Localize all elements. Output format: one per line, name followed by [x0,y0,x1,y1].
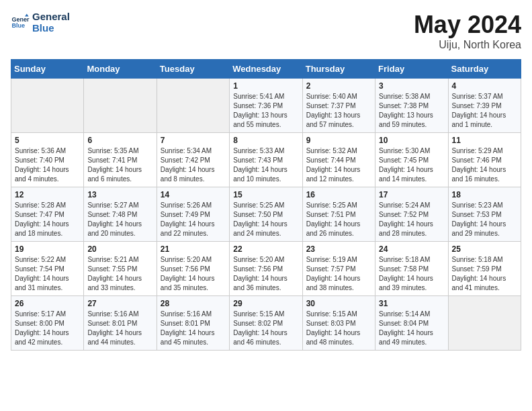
day-info: Sunrise: 5:15 AMSunset: 8:02 PMDaylight:… [233,310,298,347]
day-info: Sunrise: 5:21 AMSunset: 7:55 PMDaylight:… [87,255,152,293]
calendar-cell: 3Sunrise: 5:38 AMSunset: 7:38 PMDaylight… [375,79,448,133]
day-number: 18 [452,190,517,199]
weekday-header-cell: Saturday [448,60,521,79]
calendar-cell: 1Sunrise: 5:41 AMSunset: 7:36 PMDaylight… [230,79,302,133]
calendar-cell: 19Sunrise: 5:22 AMSunset: 7:54 PMDayligh… [11,242,84,296]
day-number: 26 [15,299,80,308]
logo-blue: Blue [32,22,70,34]
day-info: Sunrise: 5:38 AMSunset: 7:38 PMDaylight:… [379,92,444,130]
day-info: Sunrise: 5:24 AMSunset: 7:52 PMDaylight:… [379,201,444,238]
day-number: 9 [306,136,371,145]
day-number: 17 [379,190,444,199]
day-number: 27 [87,299,152,308]
day-number: 7 [161,136,226,145]
day-info: Sunrise: 5:41 AMSunset: 7:36 PMDaylight:… [233,92,298,130]
day-number: 12 [15,190,80,199]
day-number: 28 [161,299,226,308]
calendar-week-row: 1Sunrise: 5:41 AMSunset: 7:36 PMDaylight… [11,79,521,133]
day-number: 5 [15,136,80,145]
day-info: Sunrise: 5:19 AMSunset: 7:57 PMDaylight:… [306,255,371,293]
calendar-cell: 27Sunrise: 5:16 AMSunset: 8:01 PMDayligh… [84,296,157,351]
day-info: Sunrise: 5:35 AMSunset: 7:41 PMDaylight:… [87,146,152,184]
calendar-cell: 29Sunrise: 5:15 AMSunset: 8:02 PMDayligh… [230,296,302,351]
weekday-header-cell: Wednesday [230,60,302,79]
calendar-week-row: 12Sunrise: 5:28 AMSunset: 7:47 PMDayligh… [11,187,521,242]
calendar-cell: 17Sunrise: 5:24 AMSunset: 7:52 PMDayligh… [375,187,448,242]
day-number: 25 [452,244,517,254]
day-info: Sunrise: 5:29 AMSunset: 7:46 PMDaylight:… [452,146,517,184]
day-info: Sunrise: 5:37 AMSunset: 7:39 PMDaylight:… [452,92,517,130]
day-info: Sunrise: 5:30 AMSunset: 7:45 PMDaylight:… [379,146,444,184]
day-number: 29 [233,299,298,308]
calendar-cell: 22Sunrise: 5:20 AMSunset: 7:56 PMDayligh… [230,242,302,296]
calendar-cell: 2Sunrise: 5:40 AMSunset: 7:37 PMDaylight… [302,79,375,133]
location-title: Uiju, North Korea [414,39,521,51]
day-info: Sunrise: 5:22 AMSunset: 7:54 PMDaylight:… [15,255,80,293]
calendar-cell: 15Sunrise: 5:25 AMSunset: 7:50 PMDayligh… [230,187,302,242]
day-info: Sunrise: 5:16 AMSunset: 8:01 PMDaylight:… [161,310,226,347]
weekday-header-cell: Sunday [11,60,84,79]
day-info: Sunrise: 5:27 AMSunset: 7:48 PMDaylight:… [87,201,152,238]
day-number: 15 [233,190,298,199]
day-number: 19 [15,244,80,254]
day-number: 8 [233,136,298,145]
calendar-cell: 31Sunrise: 5:14 AMSunset: 8:04 PMDayligh… [375,296,448,351]
calendar-cell: 8Sunrise: 5:33 AMSunset: 7:43 PMDaylight… [230,133,302,187]
calendar-cell: 10Sunrise: 5:30 AMSunset: 7:45 PMDayligh… [375,133,448,187]
calendar-cell: 16Sunrise: 5:25 AMSunset: 7:51 PMDayligh… [302,187,375,242]
calendar-cell [11,79,84,133]
day-number: 30 [306,299,371,308]
weekday-header-cell: Thursday [302,60,375,79]
title-area: May 2024 Uiju, North Korea [414,11,521,51]
calendar-cell [157,79,229,133]
day-info: Sunrise: 5:25 AMSunset: 7:51 PMDaylight:… [306,201,371,238]
calendar-cell: 6Sunrise: 5:35 AMSunset: 7:41 PMDaylight… [84,133,157,187]
calendar-cell: 28Sunrise: 5:16 AMSunset: 8:01 PMDayligh… [157,296,229,351]
day-number: 6 [87,136,152,145]
svg-marker-2 [25,14,29,17]
day-number: 24 [379,244,444,254]
day-number: 11 [452,136,517,145]
calendar-cell [448,296,521,351]
day-info: Sunrise: 5:16 AMSunset: 8:01 PMDaylight:… [87,310,152,347]
logo-general: General [32,11,70,22]
calendar-cell: 21Sunrise: 5:20 AMSunset: 7:56 PMDayligh… [157,242,229,296]
day-info: Sunrise: 5:25 AMSunset: 7:50 PMDaylight:… [233,201,298,238]
calendar-cell: 30Sunrise: 5:15 AMSunset: 8:03 PMDayligh… [302,296,375,351]
weekday-header-row: SundayMondayTuesdayWednesdayThursdayFrid… [11,60,521,79]
day-number: 16 [306,190,371,199]
weekday-header-cell: Tuesday [157,60,229,79]
day-number: 22 [233,244,298,254]
day-info: Sunrise: 5:18 AMSunset: 7:58 PMDaylight:… [379,255,444,293]
day-info: Sunrise: 5:14 AMSunset: 8:04 PMDaylight:… [379,310,444,347]
day-number: 1 [233,81,298,91]
header: General Blue General Blue May 2024 Uiju,… [11,11,521,51]
logo: General Blue General Blue [11,11,70,34]
day-info: Sunrise: 5:15 AMSunset: 8:03 PMDaylight:… [306,310,371,347]
weekday-header-cell: Friday [375,60,448,79]
day-number: 2 [306,81,371,91]
calendar-cell: 18Sunrise: 5:23 AMSunset: 7:53 PMDayligh… [448,187,521,242]
svg-text:General: General [11,16,30,23]
svg-text:Blue: Blue [11,23,25,30]
day-number: 14 [161,190,226,199]
calendar-week-row: 26Sunrise: 5:17 AMSunset: 8:00 PMDayligh… [11,296,521,351]
calendar-cell [84,79,157,133]
calendar-week-row: 19Sunrise: 5:22 AMSunset: 7:54 PMDayligh… [11,242,521,296]
day-info: Sunrise: 5:28 AMSunset: 7:47 PMDaylight:… [15,201,80,238]
day-info: Sunrise: 5:20 AMSunset: 7:56 PMDaylight:… [161,255,226,293]
day-info: Sunrise: 5:26 AMSunset: 7:49 PMDaylight:… [161,201,226,238]
calendar-cell: 23Sunrise: 5:19 AMSunset: 7:57 PMDayligh… [302,242,375,296]
weekday-header-cell: Monday [84,60,157,79]
calendar-cell: 7Sunrise: 5:34 AMSunset: 7:42 PMDaylight… [157,133,229,187]
day-number: 21 [161,244,226,254]
calendar-cell: 9Sunrise: 5:32 AMSunset: 7:44 PMDaylight… [302,133,375,187]
day-info: Sunrise: 5:23 AMSunset: 7:53 PMDaylight:… [452,201,517,238]
month-title: May 2024 [414,11,521,39]
day-number: 13 [87,190,152,199]
day-info: Sunrise: 5:20 AMSunset: 7:56 PMDaylight:… [233,255,298,293]
calendar-body: 1Sunrise: 5:41 AMSunset: 7:36 PMDaylight… [11,79,521,351]
calendar-cell: 25Sunrise: 5:18 AMSunset: 7:59 PMDayligh… [448,242,521,296]
day-number: 31 [379,299,444,308]
day-info: Sunrise: 5:36 AMSunset: 7:40 PMDaylight:… [15,146,80,184]
